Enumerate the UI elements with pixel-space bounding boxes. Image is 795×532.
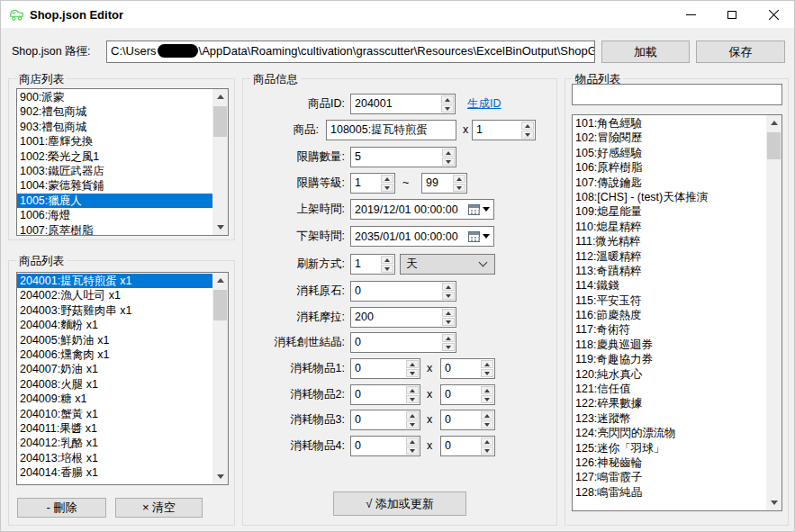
list-item[interactable]: 204009:糖 x1: [17, 392, 212, 406]
spin-up-button[interactable]: [481, 360, 493, 368]
path-input[interactable]: C:\Users\AppData\Roaming\cultivation\gra…: [106, 41, 595, 63]
buy-limit-spinner[interactable]: 5: [350, 147, 456, 167]
spin-down-button[interactable]: [442, 158, 455, 166]
list-item[interactable]: 109:熄星能量: [573, 204, 766, 219]
spin-up-button[interactable]: [406, 437, 419, 446]
spin-up-button[interactable]: [442, 334, 455, 342]
list-item[interactable]: 1004:蒙德雜貨鋪: [17, 178, 212, 193]
spin-up-button[interactable]: [481, 386, 493, 394]
list-item[interactable]: 204013:培根 x1: [17, 451, 212, 465]
spin-up-button[interactable]: [442, 309, 455, 317]
list-item[interactable]: 120:純水真心: [573, 367, 766, 382]
spin-down-button[interactable]: [453, 184, 465, 192]
list-item[interactable]: 128:鳴雷純晶: [573, 485, 766, 500]
scroll-up-button[interactable]: [212, 89, 228, 104]
list-item[interactable]: 117:奇術符: [573, 322, 766, 337]
item-search-input[interactable]: [572, 84, 782, 105]
scroll-thumb[interactable]: [213, 106, 227, 137]
spin-up-button[interactable]: [406, 360, 419, 368]
list-item[interactable]: 204001:提瓦特煎蛋 x1: [17, 274, 212, 288]
list-item[interactable]: 125:迷你「羽球」: [573, 441, 766, 455]
spin-down-button[interactable]: [381, 265, 393, 273]
spin-down-button[interactable]: [481, 420, 493, 428]
spin-down-button[interactable]: [406, 446, 419, 455]
scroll-thumb[interactable]: [213, 290, 227, 320]
spin-up-button[interactable]: [481, 437, 493, 446]
delete-goods-button[interactable]: - 刪除: [17, 498, 106, 518]
spin-down-button[interactable]: [442, 292, 455, 300]
list-item[interactable]: 111:微光精粹: [573, 234, 766, 248]
list-item[interactable]: 124:亮閃閃的漂流物: [573, 426, 766, 440]
list-item[interactable]: 902:禮包商城: [17, 104, 212, 119]
spin-up-button[interactable]: [521, 122, 534, 130]
list-item[interactable]: 118:慶典巡迴券: [573, 338, 766, 352]
list-item[interactable]: 204005:鮮奶油 x1: [17, 333, 212, 347]
list-item[interactable]: 123:迷蹤幣: [573, 411, 766, 426]
generate-id-link[interactable]: 生成ID: [467, 96, 501, 112]
cost-item4-count-spinner[interactable]: 0: [440, 436, 495, 456]
list-item[interactable]: 107:傳說鑰匙: [573, 176, 766, 190]
spin-down-button[interactable]: [481, 446, 493, 455]
spin-up-button[interactable]: [406, 411, 419, 419]
cost-crystal-spinner[interactable]: 0: [350, 332, 456, 353]
close-button[interactable]: [753, 1, 794, 28]
items-listbox[interactable]: 101:角色經驗102:冒險閱歷105:好感經驗106:原粹樹脂107:傳說鑰匙…: [572, 114, 782, 511]
list-item[interactable]: 102:冒險閱歷: [573, 131, 766, 145]
spin-down-button[interactable]: [406, 369, 419, 377]
list-item[interactable]: 204011:果醬 x1: [17, 421, 212, 436]
scroll-up-button[interactable]: [212, 273, 228, 288]
items-scrollbar[interactable]: [766, 115, 781, 510]
cost-primogem-spinner[interactable]: 0: [350, 281, 456, 302]
list-item[interactable]: 1005:獵鹿人: [17, 194, 212, 208]
cost-item1-id-spinner[interactable]: 0: [350, 358, 420, 379]
spin-down-button[interactable]: [481, 369, 493, 377]
shop-listbox[interactable]: 900:派蒙902:禮包商城903:禮包商城1001:塵輝兌換1002:榮光之風…: [16, 88, 229, 236]
list-item[interactable]: 204014:香腸 x1: [17, 465, 212, 480]
cost-item1-count-spinner[interactable]: 0: [440, 358, 495, 379]
list-item[interactable]: 1003:鐵匠武器店: [17, 164, 212, 178]
spin-down-button[interactable]: [441, 104, 454, 113]
spin-down-button[interactable]: [521, 131, 534, 139]
goods-id-spinner[interactable]: 204001: [350, 94, 456, 114]
list-item[interactable]: 110:熄星精粹: [573, 220, 766, 234]
cost-item2-id-spinner[interactable]: 0: [350, 384, 420, 405]
list-item[interactable]: 1001:塵輝兌換: [17, 134, 212, 149]
list-item[interactable]: 204012:乳酪 x1: [17, 436, 212, 450]
refresh-value-spinner[interactable]: 1: [350, 254, 395, 275]
goods-name-input[interactable]: 108005:提瓦特煎蛋: [326, 120, 456, 140]
list-item[interactable]: 900:派蒙: [17, 90, 212, 104]
minimize-button[interactable]: [670, 1, 711, 28]
begin-time-picker[interactable]: 2019/12/01 00:00:00: [350, 199, 494, 220]
spin-down-button[interactable]: [406, 420, 419, 428]
list-item[interactable]: 1006:海燈: [17, 208, 212, 222]
list-item[interactable]: 204002:漁人吐司 x1: [17, 288, 212, 302]
goods-scrollbar[interactable]: [212, 273, 228, 484]
scroll-down-button[interactable]: [766, 495, 781, 510]
dropdown-arrow-icon[interactable]: [483, 234, 490, 239]
list-item[interactable]: 1007:原萃樹脂: [17, 223, 212, 235]
dropdown-arrow-icon[interactable]: [483, 207, 490, 212]
list-item[interactable]: 101:角色經驗: [573, 116, 766, 131]
cost-item4-id-spinner[interactable]: 0: [350, 436, 420, 456]
spin-down-button[interactable]: [442, 343, 455, 351]
spin-up-button[interactable]: [441, 95, 454, 104]
list-item[interactable]: 204007:奶油 x1: [17, 362, 212, 376]
list-item[interactable]: 112:溫暖精粹: [573, 249, 766, 264]
cost-item3-id-spinner[interactable]: 0: [350, 410, 420, 430]
spin-up-button[interactable]: [453, 175, 465, 183]
cost-item3-count-spinner[interactable]: 0: [440, 410, 495, 430]
list-item[interactable]: 204003:野菇雞肉串 x1: [17, 303, 212, 318]
refresh-unit-dropdown[interactable]: 天: [400, 254, 495, 275]
list-item[interactable]: 113:奇蹟精粹: [573, 264, 766, 278]
spin-up-button[interactable]: [442, 149, 455, 157]
list-item[interactable]: 116:節慶熱度: [573, 308, 766, 322]
scroll-up-button[interactable]: [766, 115, 781, 131]
list-item[interactable]: 204008:火腿 x1: [17, 377, 212, 392]
list-item[interactable]: 105:好感經驗: [573, 146, 766, 160]
list-item[interactable]: 115:平安玉符: [573, 293, 766, 308]
clear-goods-button[interactable]: × 清空: [115, 498, 203, 518]
spin-up-button[interactable]: [442, 283, 455, 291]
goods-count-spinner[interactable]: 1: [472, 120, 536, 140]
list-item[interactable]: 204010:蟹黃 x1: [17, 407, 212, 421]
level-min-spinner[interactable]: 1: [350, 173, 395, 194]
